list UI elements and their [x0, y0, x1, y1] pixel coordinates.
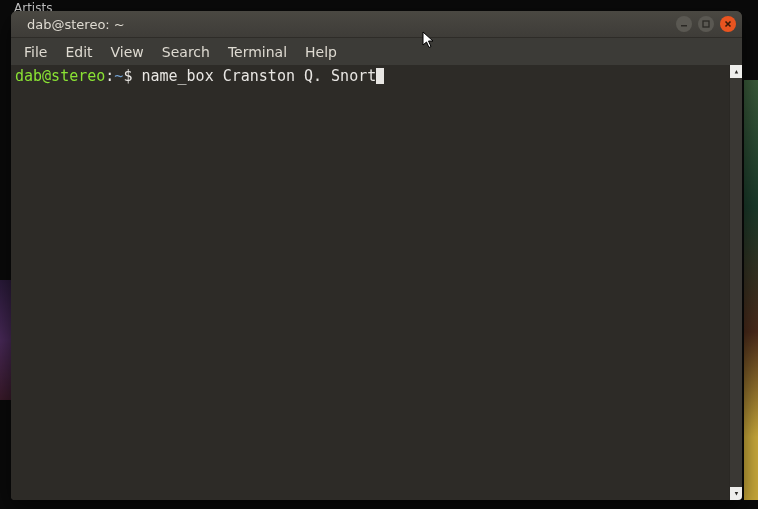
menu-search[interactable]: Search	[153, 40, 219, 64]
terminal-window: dab@stereo: ~ File Edit View Search Term…	[11, 11, 742, 500]
menu-edit[interactable]: Edit	[56, 40, 101, 64]
prompt-dollar: $	[123, 67, 141, 85]
scrollbar-down-button[interactable]: ▾	[730, 487, 742, 500]
menu-help[interactable]: Help	[296, 40, 346, 64]
close-icon	[724, 20, 732, 28]
prompt-line: dab@stereo:~$ name_box Cranston Q. Snort	[15, 67, 738, 86]
svg-rect-1	[703, 21, 709, 27]
menu-bar: File Edit View Search Terminal Help	[11, 38, 742, 65]
prompt-user-host: dab@stereo	[15, 67, 105, 85]
scrollbar[interactable]: ▴ ▾	[729, 65, 742, 500]
prompt-sep: :	[105, 67, 114, 85]
maximize-button[interactable]	[698, 16, 714, 32]
window-titlebar[interactable]: dab@stereo: ~	[11, 11, 742, 38]
menu-view[interactable]: View	[102, 40, 153, 64]
menu-file[interactable]: File	[15, 40, 56, 64]
terminal-body[interactable]: dab@stereo:~$ name_box Cranston Q. Snort…	[11, 65, 742, 500]
text-cursor	[376, 68, 384, 84]
command-input[interactable]: name_box Cranston Q. Snort	[141, 67, 376, 85]
minimize-icon	[680, 20, 688, 28]
window-controls	[676, 16, 736, 32]
svg-rect-0	[681, 25, 687, 27]
scrollbar-up-button[interactable]: ▴	[730, 65, 742, 78]
bg-art-right	[744, 80, 758, 500]
window-title: dab@stereo: ~	[19, 17, 125, 32]
maximize-icon	[702, 20, 710, 28]
menu-terminal[interactable]: Terminal	[219, 40, 296, 64]
close-button[interactable]	[720, 16, 736, 32]
minimize-button[interactable]	[676, 16, 692, 32]
